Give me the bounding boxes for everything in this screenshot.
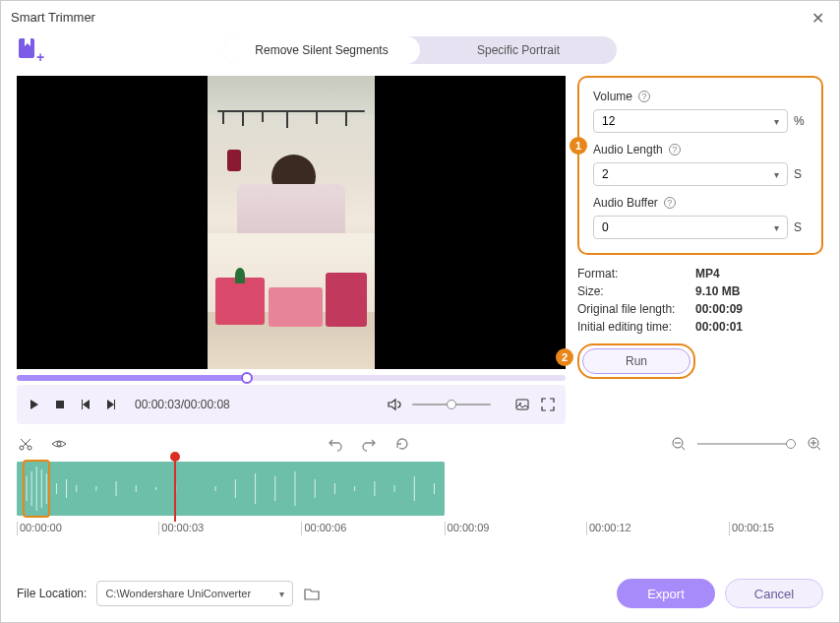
waveform-clip[interactable] [17,462,445,516]
cut-icon[interactable] [17,435,34,453]
help-icon[interactable]: ? [638,91,650,102]
volume-slider[interactable] [412,404,491,405]
settings-box: 1 Volume? 12▾ % Audio Length? 2▾ S Audio… [577,76,823,255]
size-label: Size: [577,284,695,298]
window-title: Smart Trimmer [11,10,95,25]
ruler-tick: 00:00:03 [158,522,204,535]
stop-icon[interactable] [52,397,68,412]
playhead[interactable] [174,456,176,522]
initial-editing-value: 00:00:01 [695,320,743,334]
size-value: 9.10 MB [695,284,740,298]
titlebar: Smart Trimmer ✕ [1,1,839,32]
zoom-controls [670,435,823,453]
eye-icon[interactable] [50,435,68,453]
topbar: + Remove Silent Segments Specific Portra… [1,32,839,68]
export-button[interactable]: Export [617,579,715,608]
close-icon[interactable]: ✕ [811,9,824,28]
ruler-tick: 00:00:06 [301,522,346,535]
redo-icon[interactable] [360,435,378,453]
audio-length-label: Audio Length? [593,143,808,156]
app-logo-icon: + [17,36,44,64]
run-row: 2 Run [577,343,823,379]
video-frame [208,76,375,369]
video-preview [17,76,566,369]
volume-label: Volume? [593,90,808,103]
zoom-out-icon[interactable] [670,435,688,453]
tab-specific-portrait[interactable]: Specific Portrait [420,36,617,64]
folder-icon[interactable] [303,585,321,602]
prev-icon[interactable] [78,397,93,412]
original-length-label: Original file length: [577,302,695,316]
video-progress-bar[interactable] [17,375,566,381]
run-button[interactable]: Run [582,348,690,374]
playback-controls: 00:00:03/00:00:08 [17,385,566,424]
fullscreen-icon[interactable] [540,397,556,412]
mode-toggle: Remove Silent Segments Specific Portrait [223,36,617,64]
file-location-label: File Location: [17,587,87,600]
ruler-tick: 00:00:09 [445,522,490,535]
chevron-down-icon: ▾ [774,222,779,233]
initial-editing-label: Initial editing time: [577,320,695,334]
help-icon[interactable]: ? [669,144,681,156]
audio-buffer-input[interactable]: 0▾ [593,216,788,239]
zoom-in-icon[interactable] [806,435,823,453]
ruler-tick: 00:00:00 [17,522,62,535]
help-icon[interactable]: ? [664,197,676,209]
footer: File Location: C:\Wondershare UniConvert… [17,579,823,608]
tab-remove-silent[interactable]: Remove Silent Segments [223,36,420,64]
svg-rect-2 [56,401,64,408]
refresh-icon[interactable] [393,435,411,453]
svg-rect-10 [17,462,445,516]
selection-handle[interactable] [23,460,50,518]
audio-buffer-label: Audio Buffer? [593,196,808,210]
chevron-down-icon: ▾ [279,589,284,599]
volume-input[interactable]: 12▾ [593,109,788,133]
chevron-down-icon: ▾ [774,116,779,127]
badge-two: 2 [556,348,573,366]
original-length-value: 00:00:09 [695,302,743,316]
ruler-tick: 00:00:15 [729,522,774,535]
svg-point-7 [57,442,61,446]
audio-buffer-unit: S [794,220,808,234]
cancel-button[interactable]: Cancel [725,579,823,608]
file-location-input[interactable]: C:\Wondershare UniConverter▾ [96,581,293,606]
format-label: Format: [577,267,695,280]
undo-icon[interactable] [327,435,344,453]
volume-icon[interactable] [387,397,402,412]
badge-one: 1 [570,137,587,155]
time-ruler: 00:00:00 00:00:03 00:00:06 00:00:09 00:0… [17,522,823,537]
main-row: 00:00:03/00:00:08 1 Volume? 12▾ % Audio … [1,68,839,424]
volume-unit: % [794,114,808,128]
play-icon[interactable] [27,397,42,412]
ruler-tick: 00:00:12 [586,522,631,535]
audio-length-unit: S [794,167,808,181]
file-info: Format:MP4 Size:9.10 MB Original file le… [577,267,823,334]
chevron-down-icon: ▾ [774,169,779,180]
run-highlight: Run [577,343,695,379]
zoom-slider[interactable] [697,443,796,445]
svg-text:+: + [36,49,44,64]
playback-time: 00:00:03/00:00:08 [135,398,230,411]
snapshot-icon[interactable] [514,397,530,412]
settings-column: 1 Volume? 12▾ % Audio Length? 2▾ S Audio… [577,76,823,424]
preview-column: 00:00:03/00:00:08 [17,76,566,424]
audio-length-input[interactable]: 2▾ [593,162,788,186]
timeline-area: 00:00:00 00:00:03 00:00:06 00:00:09 00:0… [1,424,839,537]
format-value: MP4 [695,267,720,280]
timeline-tools [17,430,823,458]
next-icon[interactable] [103,397,119,412]
waveform-track[interactable] [17,462,823,516]
